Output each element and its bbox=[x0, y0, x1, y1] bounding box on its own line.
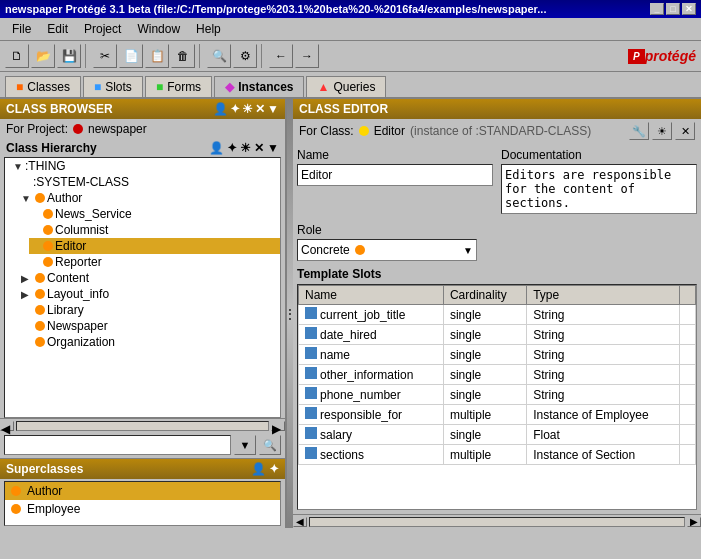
save-button[interactable]: 💾 bbox=[57, 44, 81, 68]
class-editor-icon-2[interactable]: ☀ bbox=[652, 122, 672, 140]
tree-item-columnist[interactable]: Columnist bbox=[29, 222, 280, 238]
doc-textarea[interactable]: Editors are responsible for the content … bbox=[501, 164, 697, 214]
forward-button[interactable]: → bbox=[295, 44, 319, 68]
search-execute-button[interactable]: 🔍 bbox=[259, 435, 281, 455]
menu-window[interactable]: Window bbox=[129, 20, 188, 38]
class-browser-sun-icon[interactable]: ☀ bbox=[242, 102, 253, 116]
organization-dot bbox=[35, 337, 45, 347]
class-editor-close[interactable]: ✕ bbox=[675, 122, 695, 140]
minimize-button[interactable]: _ bbox=[650, 3, 664, 15]
name-doc-row: Name Documentation Editors are responsib… bbox=[297, 148, 697, 217]
slot-type: Instance of Section bbox=[527, 445, 680, 465]
hscroll-track[interactable] bbox=[16, 421, 269, 431]
hscroll-left[interactable]: ◀ bbox=[0, 421, 14, 431]
tab-queries[interactable]: ▲ Queries bbox=[306, 76, 386, 97]
expand-thing[interactable]: ▼ bbox=[13, 161, 25, 172]
tab-forms[interactable]: ■ Forms bbox=[145, 76, 212, 97]
class-browser-x-icon[interactable]: ✕ bbox=[255, 102, 265, 116]
class-browser-settings-icon[interactable]: ✦ bbox=[230, 102, 240, 116]
hierarchy-icon-1[interactable]: 👤 bbox=[209, 141, 224, 155]
class-editor-panel: CLASS EDITOR For Class: Editor (instance… bbox=[293, 99, 701, 528]
tree-item-reporter[interactable]: Reporter bbox=[29, 254, 280, 270]
tree-item-thing[interactable]: ▼ :THING bbox=[13, 158, 280, 174]
open-button[interactable]: 📂 bbox=[31, 44, 55, 68]
back-button[interactable]: ← bbox=[269, 44, 293, 68]
menu-help[interactable]: Help bbox=[188, 20, 229, 38]
tab-slots[interactable]: ■ Slots bbox=[83, 76, 143, 97]
class-browser-person-icon[interactable]: 👤 bbox=[213, 102, 228, 116]
cut-button[interactable]: ✂ bbox=[93, 44, 117, 68]
scroll-track[interactable] bbox=[309, 517, 685, 527]
table-row[interactable]: current_job_title single String bbox=[299, 305, 696, 325]
superclass-author[interactable]: Author bbox=[5, 482, 280, 500]
slot-type: String bbox=[527, 305, 680, 325]
slot-icon bbox=[305, 407, 317, 419]
hierarchy-x-icon[interactable]: ✕ bbox=[254, 141, 264, 155]
tree-item-organization[interactable]: Organization bbox=[21, 334, 280, 350]
class-tree[interactable]: ▼ :THING :SYSTEM-CLASS ▼ Author News_Ser… bbox=[4, 157, 281, 418]
paste-button[interactable]: 📋 bbox=[145, 44, 169, 68]
table-row[interactable]: date_hired single String bbox=[299, 325, 696, 345]
role-select[interactable]: Concrete ▼ bbox=[297, 239, 477, 261]
configure-button[interactable]: ⚙ bbox=[233, 44, 257, 68]
toolbar-separator-2 bbox=[199, 44, 203, 68]
search-dropdown-button[interactable]: ▼ bbox=[234, 435, 256, 455]
tree-item-library[interactable]: Library bbox=[21, 302, 280, 318]
tree-label-reporter: Reporter bbox=[55, 255, 102, 269]
table-row[interactable]: other_information single String bbox=[299, 365, 696, 385]
slot-name: sections bbox=[299, 445, 444, 465]
tree-item-editor[interactable]: Editor bbox=[29, 238, 280, 254]
tree-item-system-class[interactable]: :SYSTEM-CLASS bbox=[21, 174, 280, 190]
class-hierarchy-header: Class Hierarchy 👤 ✦ ☀ ✕ ▼ bbox=[0, 139, 285, 157]
tree-label-thing: :THING bbox=[25, 159, 66, 173]
scroll-left[interactable]: ◀ bbox=[293, 517, 307, 527]
find-button[interactable]: 🔍 bbox=[207, 44, 231, 68]
close-button[interactable]: ✕ bbox=[682, 3, 696, 15]
documentation-section: Documentation Editors are responsible fo… bbox=[501, 148, 697, 217]
superclass-employee[interactable]: Employee bbox=[5, 500, 280, 518]
hierarchy-icon-3[interactable]: ☀ bbox=[240, 141, 251, 155]
expand-content[interactable]: ▶ bbox=[21, 273, 33, 284]
table-row[interactable]: sections multiple Instance of Section bbox=[299, 445, 696, 465]
superclasses-icon-1[interactable]: 👤 bbox=[251, 462, 266, 476]
tree-horizontal-scrollbar[interactable]: ◀ ▶ bbox=[0, 418, 285, 432]
superclasses-icon-2[interactable]: ✦ bbox=[269, 462, 279, 476]
class-editor-icon-1[interactable]: 🔧 bbox=[629, 122, 649, 140]
hierarchy-arrow-icon[interactable]: ▼ bbox=[267, 141, 279, 155]
col-extra bbox=[680, 286, 696, 305]
tree-item-layout-info[interactable]: ▶ Layout_info bbox=[21, 286, 280, 302]
menu-file[interactable]: File bbox=[4, 20, 39, 38]
expand-layout-info[interactable]: ▶ bbox=[21, 289, 33, 300]
expand-author[interactable]: ▼ bbox=[21, 193, 33, 204]
delete-button[interactable]: 🗑 bbox=[171, 44, 195, 68]
table-row[interactable]: name single String bbox=[299, 345, 696, 365]
hierarchy-icon-2[interactable]: ✦ bbox=[227, 141, 237, 155]
menu-project[interactable]: Project bbox=[76, 20, 129, 38]
copy-button[interactable]: 📄 bbox=[119, 44, 143, 68]
tree-item-content[interactable]: ▶ Content bbox=[21, 270, 280, 286]
tree-item-newspaper[interactable]: Newspaper bbox=[21, 318, 280, 334]
class-browser-panel: CLASS BROWSER 👤 ✦ ☀ ✕ ▼ For Project: new… bbox=[0, 99, 287, 528]
hscroll-right[interactable]: ▶ bbox=[271, 421, 285, 431]
table-row[interactable]: phone_number single String bbox=[299, 385, 696, 405]
table-row[interactable]: salary single Float bbox=[299, 425, 696, 445]
name-label: Name bbox=[297, 148, 493, 162]
tree-item-author[interactable]: ▼ Author bbox=[21, 190, 280, 206]
tab-classes[interactable]: ■ Classes bbox=[5, 76, 81, 97]
class-browser-header: CLASS BROWSER 👤 ✦ ☀ ✕ ▼ bbox=[0, 99, 285, 119]
search-input[interactable] bbox=[4, 435, 231, 455]
new-button[interactable]: 🗋 bbox=[5, 44, 29, 68]
tab-instances[interactable]: ◆ Instances bbox=[214, 76, 304, 97]
scroll-right[interactable]: ▶ bbox=[687, 517, 701, 527]
class-dot bbox=[359, 126, 369, 136]
slot-name: responsible_for bbox=[299, 405, 444, 425]
bottom-scrollbar[interactable]: ◀ ▶ bbox=[293, 514, 701, 528]
slot-type: String bbox=[527, 345, 680, 365]
slots-table-container[interactable]: Name Cardinality Type current_job_title … bbox=[297, 284, 697, 510]
tree-item-news-service[interactable]: News_Service bbox=[29, 206, 280, 222]
maximize-button[interactable]: □ bbox=[666, 3, 680, 15]
class-browser-arrow-icon[interactable]: ▼ bbox=[267, 102, 279, 116]
menu-edit[interactable]: Edit bbox=[39, 20, 76, 38]
name-input[interactable] bbox=[297, 164, 493, 186]
table-row[interactable]: responsible_for multiple Instance of Emp… bbox=[299, 405, 696, 425]
